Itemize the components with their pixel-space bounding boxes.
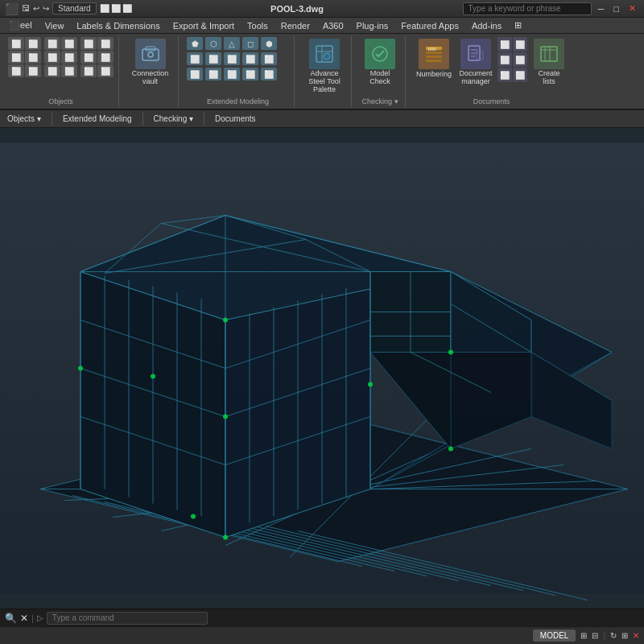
model-tab[interactable]: MODEL bbox=[533, 630, 576, 642]
quick-access-redo[interactable]: ↪ bbox=[43, 4, 49, 13]
side-icon-3[interactable]: ⬜ bbox=[497, 52, 512, 67]
documents-tab[interactable]: Documents bbox=[211, 113, 260, 125]
ribbon-icon-sm[interactable]: ⬜ bbox=[8, 37, 24, 50]
document-manager-label: Document manager bbox=[458, 70, 493, 86]
menu-plugins[interactable]: Plug-ins bbox=[351, 19, 394, 32]
model-check-icon bbox=[365, 39, 395, 69]
ribbon-icon-sm[interactable]: ⬜ bbox=[44, 37, 60, 50]
ribbon-icon-sm[interactable]: ⬜ bbox=[25, 37, 41, 50]
objects-dropdown[interactable]: Objects ▾ bbox=[3, 113, 45, 125]
quick-access-save[interactable]: 🖫 bbox=[22, 4, 30, 13]
side-icon-6[interactable]: ⬜ bbox=[513, 68, 527, 82]
ext-icon-1[interactable]: ⬟ bbox=[187, 37, 203, 50]
ext-icon-2[interactable]: ⬡ bbox=[205, 37, 221, 50]
ribbon-icon-sm[interactable]: ⬜ bbox=[8, 64, 24, 77]
side-icon-2[interactable]: ⬜ bbox=[513, 37, 527, 52]
documents-label: Documents bbox=[215, 114, 256, 123]
ribbon-icon-sm[interactable]: ⬜ bbox=[80, 64, 97, 77]
ext-modeling-tab[interactable]: Extended Modeling bbox=[59, 113, 136, 125]
ribbon-content: ⬜ ⬜ ⬜ ⬜ ⬜ ⬜ ⬜ ⬜ bbox=[0, 34, 644, 109]
ext-icon-3[interactable]: △ bbox=[224, 37, 240, 50]
svg-point-84 bbox=[78, 366, 83, 371]
quick-access-undo[interactable]: ↩ bbox=[33, 4, 39, 13]
ribbon-icon-sm[interactable]: ⬜ bbox=[97, 37, 114, 50]
ribbon-icon-sm[interactable]: ⬜ bbox=[25, 51, 41, 64]
titlebar-right: ─ □ ✕ bbox=[463, 2, 639, 15]
side-icon-1[interactable]: ⬜ bbox=[497, 37, 512, 52]
ribbon-group-ext-modeling: ⬟ ⬡ △ ◻ ⬢ ⬜ ⬜ ⬜ ⬜ ⬜ ⬜ ⬜ ⬜ ⬜ ⬜ bbox=[182, 35, 295, 107]
menu-render[interactable]: Render bbox=[275, 19, 316, 32]
side-icon-5[interactable]: ⬜ bbox=[497, 68, 512, 82]
create-lists-btn[interactable]: Create lists bbox=[529, 37, 569, 88]
ribbon-icon-sm[interactable]: ⬜ bbox=[25, 64, 41, 77]
svg-rect-18 bbox=[541, 47, 557, 61]
svg-point-88 bbox=[448, 447, 453, 452]
ribbon-icon-sm[interactable]: ⬜ bbox=[97, 64, 114, 77]
ribbon-icon-sm[interactable]: ⬜ bbox=[61, 64, 77, 77]
connection-vault-label: Connection vault bbox=[131, 70, 170, 86]
minimize-btn[interactable]: ─ bbox=[595, 4, 608, 14]
command-input[interactable] bbox=[47, 612, 208, 625]
ribbon-icon-sm[interactable]: ⬜ bbox=[44, 64, 60, 77]
side-icon-4[interactable]: ⬜ bbox=[513, 52, 527, 67]
ext-icon-10[interactable]: ⬜ bbox=[261, 52, 277, 65]
ribbon-group-docs: 1000 Numbering bbox=[409, 35, 574, 107]
ribbon-buttons-ext: ⬟ ⬡ △ ◻ ⬢ ⬜ ⬜ ⬜ ⬜ ⬜ ⬜ ⬜ ⬜ ⬜ ⬜ bbox=[187, 37, 279, 96]
menu-labels[interactable]: Labels & Dimensions bbox=[71, 19, 165, 32]
menu-extra[interactable]: ⊞ bbox=[509, 19, 527, 32]
menu-featured-apps[interactable]: Featured Apps bbox=[395, 19, 464, 32]
ribbon-group-left-icons: ⬜ ⬜ ⬜ ⬜ ⬜ ⬜ ⬜ ⬜ bbox=[3, 35, 119, 107]
menu-a360[interactable]: A360 bbox=[317, 19, 349, 32]
grid-icon[interactable]: ⊞ bbox=[580, 631, 587, 640]
cmd-icon-2[interactable]: ✕ bbox=[20, 613, 28, 624]
svg-point-86 bbox=[368, 382, 373, 387]
ribbon-icon-sm[interactable]: ⬜ bbox=[8, 51, 24, 64]
style-selector[interactable]: Standard bbox=[52, 2, 97, 14]
ribbon-icon-sm[interactable]: ⬜ bbox=[44, 51, 60, 64]
document-manager-btn[interactable]: Document manager bbox=[456, 37, 496, 88]
grid-icon-2[interactable]: ⊟ bbox=[592, 631, 598, 640]
ext-icon-6[interactable]: ⬜ bbox=[187, 52, 203, 65]
objects-label: Objects bbox=[7, 114, 35, 123]
numbering-btn[interactable]: 1000 Numbering bbox=[414, 37, 454, 80]
menu-applogo[interactable]: ⬛eel bbox=[3, 19, 38, 32]
menu-export[interactable]: Export & Import bbox=[167, 19, 240, 32]
maximize-btn[interactable]: □ bbox=[610, 4, 622, 14]
ext-icon-4[interactable]: ◻ bbox=[242, 37, 258, 50]
ext-icon-15[interactable]: ⬜ bbox=[261, 68, 277, 80]
connection-vault-btn[interactable]: Connection vault bbox=[129, 37, 172, 88]
toolbar-sep-1 bbox=[52, 113, 52, 126]
svg-point-83 bbox=[223, 415, 228, 419]
menu-view[interactable]: View bbox=[39, 19, 70, 32]
ext-icon-7[interactable]: ⬜ bbox=[205, 52, 221, 65]
svg-point-6 bbox=[324, 53, 330, 60]
svg-rect-10 bbox=[426, 52, 442, 54]
cmd-search-icon[interactable]: 🔍 bbox=[5, 613, 17, 624]
close-icon[interactable]: ✕ bbox=[633, 631, 639, 640]
ext-icon-12[interactable]: ⬜ bbox=[205, 68, 221, 80]
ext-icon-11[interactable]: ⬜ bbox=[187, 68, 203, 80]
ext-icon-5[interactable]: ⬢ bbox=[261, 37, 277, 50]
ribbon-group-toolpalette: Advance Steel Tool Palette bbox=[298, 35, 352, 107]
ribbon-icon-sm[interactable]: ⬜ bbox=[80, 51, 97, 64]
commandline: 🔍 ✕ | ▷ bbox=[0, 609, 644, 626]
ribbon-icon-sm[interactable]: ⬜ bbox=[80, 37, 97, 50]
ext-icon-14[interactable]: ⬜ bbox=[242, 68, 258, 80]
ext-icon-8[interactable]: ⬜ bbox=[224, 52, 240, 65]
close-btn[interactable]: ✕ bbox=[625, 3, 639, 14]
ribbon-icon-sm[interactable]: ⬜ bbox=[61, 37, 77, 50]
ext-modeling-icons: ⬟ ⬡ △ ◻ ⬢ ⬜ ⬜ ⬜ ⬜ ⬜ ⬜ ⬜ ⬜ ⬜ ⬜ bbox=[187, 37, 279, 82]
model-check-btn[interactable]: Model Check bbox=[360, 37, 400, 88]
ext-icon-9[interactable]: ⬜ bbox=[242, 52, 258, 65]
rotate-icon[interactable]: ↻ bbox=[610, 631, 617, 640]
ribbon-icon-sm[interactable]: ⬜ bbox=[61, 51, 77, 64]
ribbon-icon-sm[interactable]: ⬜ bbox=[97, 51, 114, 64]
menu-addins[interactable]: Add-ins bbox=[466, 19, 507, 32]
search-input[interactable] bbox=[463, 2, 592, 15]
checking-tab[interactable]: Checking ▾ bbox=[150, 113, 197, 125]
advance-steel-btn[interactable]: Advance Steel Tool Palette bbox=[303, 37, 346, 96]
menu-tools[interactable]: Tools bbox=[242, 19, 274, 32]
ext-icon-13[interactable]: ⬜ bbox=[224, 68, 240, 80]
viewport[interactable]: Enhanced 3D performance is not available… bbox=[0, 128, 644, 609]
snap-icon[interactable]: ⊞ bbox=[621, 631, 628, 640]
